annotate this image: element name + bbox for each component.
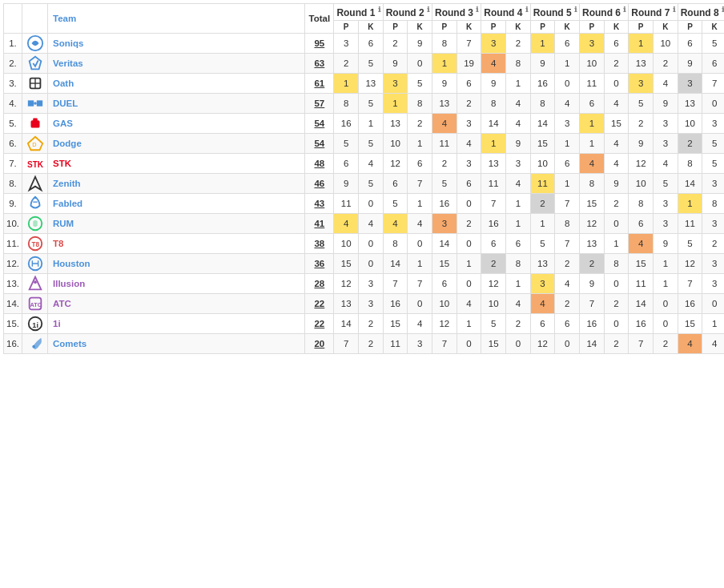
r7-p-cell: 12 [629,154,654,174]
r7-p-cell: 7 [629,334,654,354]
r3-k-cell: 4 [457,134,481,154]
r3-p-cell: 7 [432,334,457,354]
r4-k-cell: 9 [506,134,531,154]
team-name[interactable]: ATC [48,294,305,314]
r5-p-cell: 9 [530,54,555,74]
r5-k-cell: 1 [555,174,580,194]
r2-k-cell: 4 [408,314,432,334]
team-total: 46 [305,174,334,194]
r7-k-cell: 1 [654,254,678,274]
r1-p-cell: 16 [334,114,359,134]
svg-text:T8: T8 [31,241,39,248]
team-name[interactable]: GAS [48,114,305,134]
r1-k-cell: 0 [359,194,384,214]
r2-k-cell: 4 [408,214,432,234]
team-name[interactable]: Dodge [48,134,305,154]
table-row: 8.Zenith4695675611411189105143 [4,174,725,194]
team-name[interactable]: Fabled [48,194,305,214]
r3-p-cell: 9 [432,74,457,94]
r6-k-cell: 2 [604,334,629,354]
r6-k-cell: 2 [604,194,629,214]
r6-k-cell: 0 [604,314,629,334]
round3-info-icon: ℹ [476,6,478,14]
svg-text:STK: STK [26,160,43,169]
r2-p-cell: 14 [383,254,408,274]
r2-p-cell: 3 [383,74,408,94]
r3-p-cell: 4 [432,114,457,134]
team-name[interactable]: Oath [48,74,305,94]
team-logo [22,54,48,74]
rank-cell: 14. [4,294,22,314]
table-row: 4.DUEL57851813284846459130 [4,94,725,114]
rank-cell: 16. [4,334,22,354]
r2-k-cell: 3 [408,334,432,354]
team-total: 38 [305,234,334,254]
r4-k-cell: 1 [506,194,531,214]
r6-k-cell: 1 [604,234,629,254]
r8-k-header: K [702,21,724,34]
team-total: 22 [305,294,334,314]
r8-k-cell: 0 [702,94,724,114]
rank-cell: 9. [4,194,22,214]
team-name[interactable]: Soniqs [48,34,305,54]
team-name[interactable]: T8 [48,234,305,254]
r2-k-cell: 9 [408,34,432,54]
r1-k-cell: 4 [359,154,384,174]
r6-p-cell: 9 [580,274,605,294]
team-name[interactable]: 1i [48,314,305,334]
r2-k-cell: 5 [408,74,432,94]
r1-p-cell: 8 [334,94,359,114]
r8-k-cell: 0 [702,294,724,314]
r4-p-cell: 16 [481,214,506,234]
r3-k-cell: 0 [457,234,481,254]
r7-k-cell: 3 [654,134,678,154]
r7-p-header: P [629,21,654,34]
team-name[interactable]: Zenith [48,174,305,194]
r6-k-cell: 8 [604,254,629,274]
r6-p-cell: 2 [580,254,605,274]
r1-p-cell: 7 [334,334,359,354]
r8-p-cell: 16 [678,294,702,314]
r2-k-cell: 0 [408,234,432,254]
r3-p-cell: 16 [432,194,457,214]
r1-p-cell: 10 [334,234,359,254]
team-logo [22,174,48,194]
r2-k-cell: 1 [408,254,432,274]
round4-info-icon: ℹ [525,6,528,14]
r3-k-cell: 6 [457,174,481,194]
r1-k-cell: 5 [359,94,384,114]
r7-p-cell: 3 [629,74,654,94]
rank-cell: 11. [4,234,22,254]
r7-k-cell: 0 [654,314,678,334]
r1-p-cell: 12 [334,274,359,294]
r8-p-cell: 14 [678,174,702,194]
r3-k-cell: 19 [457,54,481,74]
team-name[interactable]: Veritas [48,54,305,74]
team-total: 48 [305,154,334,174]
r2-k-cell: 8 [408,94,432,114]
r1-k-header: K [359,21,384,34]
team-total: 63 [305,54,334,74]
team-logo: D [22,134,48,154]
r8-p-cell: 5 [678,234,702,254]
r4-p-header: P [481,21,506,34]
r5-k-cell: 7 [555,194,580,214]
team-logo: STK [22,154,48,174]
r5-p-cell: 5 [530,234,555,254]
r7-k-cell: 9 [654,234,678,254]
team-name[interactable]: Illusion [48,274,305,294]
r7-p-cell: 1 [629,34,654,54]
rank-cell: 3. [4,74,22,94]
r1-p-cell: 13 [334,294,359,314]
team-name[interactable]: STK [48,154,305,174]
rank-cell: 6. [4,134,22,154]
svg-rect-4 [27,100,33,106]
r4-k-cell: 1 [506,214,531,234]
r2-p-cell: 11 [383,334,408,354]
team-name[interactable]: Comets [48,334,305,354]
r2-p-cell: 2 [383,34,408,54]
team-name[interactable]: Houston [48,254,305,274]
team-name[interactable]: RUM [48,214,305,234]
team-name[interactable]: DUEL [48,94,305,114]
r3-k-cell: 6 [457,74,481,94]
